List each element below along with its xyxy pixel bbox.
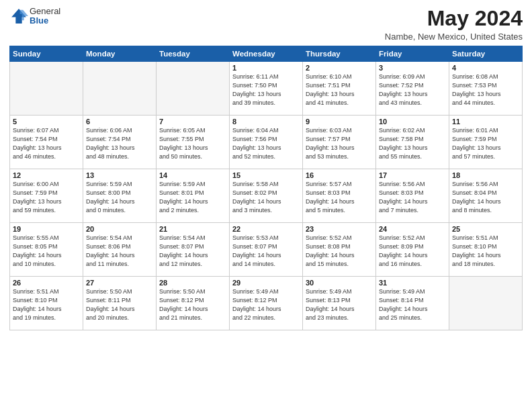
day-number: 12 (13, 171, 80, 179)
day-info: Sunrise: 6:01 AM Sunset: 7:59 PM Dayligh… (452, 126, 519, 161)
day-number: 5 (13, 118, 80, 126)
table-row (83, 62, 157, 116)
day-number: 22 (232, 225, 300, 233)
table-row: 15Sunrise: 5:58 AM Sunset: 8:02 PM Dayli… (230, 169, 303, 223)
table-row: 25Sunrise: 5:51 AM Sunset: 8:10 PM Dayli… (449, 223, 523, 277)
table-row: 20Sunrise: 5:54 AM Sunset: 8:06 PM Dayli… (83, 223, 157, 277)
day-number: 14 (159, 171, 226, 179)
day-number: 19 (13, 225, 80, 233)
table-row: 29Sunrise: 5:49 AM Sunset: 8:12 PM Dayli… (230, 277, 303, 330)
header-friday: Friday (376, 46, 449, 62)
day-number: 3 (379, 64, 446, 72)
header: General Blue May 2024 Nambe, New Mexico,… (9, 7, 523, 42)
table-row: 17Sunrise: 5:56 AM Sunset: 8:03 PM Dayli… (376, 169, 449, 223)
week-row-1: 1Sunrise: 6:11 AM Sunset: 7:50 PM Daylig… (10, 62, 523, 116)
day-number: 20 (86, 225, 153, 233)
day-number: 7 (159, 118, 226, 126)
day-number: 30 (306, 279, 373, 287)
day-info: Sunrise: 5:49 AM Sunset: 8:14 PM Dayligh… (379, 287, 446, 322)
day-number: 27 (86, 279, 153, 287)
day-number: 28 (159, 279, 226, 287)
day-info: Sunrise: 5:59 AM Sunset: 8:01 PM Dayligh… (159, 180, 226, 215)
week-row-2: 5Sunrise: 6:07 AM Sunset: 7:54 PM Daylig… (10, 116, 523, 169)
header-monday: Monday (83, 46, 157, 62)
table-row (10, 62, 83, 116)
day-number: 15 (232, 171, 300, 179)
table-row: 21Sunrise: 5:54 AM Sunset: 8:07 PM Dayli… (157, 223, 230, 277)
month-title: May 2024 (385, 7, 523, 30)
day-number: 2 (306, 64, 373, 72)
day-number: 18 (452, 171, 519, 179)
table-row: 4Sunrise: 6:08 AM Sunset: 7:53 PM Daylig… (449, 62, 523, 116)
header-tuesday: Tuesday (157, 46, 230, 62)
table-row: 7Sunrise: 6:05 AM Sunset: 7:55 PM Daylig… (157, 116, 230, 169)
day-info: Sunrise: 6:11 AM Sunset: 7:50 PM Dayligh… (232, 73, 300, 107)
location: Nambe, New Mexico, United States (385, 32, 523, 42)
day-number: 23 (306, 225, 373, 233)
day-info: Sunrise: 6:03 AM Sunset: 7:57 PM Dayligh… (306, 126, 373, 161)
day-number: 11 (452, 118, 519, 126)
table-row: 11Sunrise: 6:01 AM Sunset: 7:59 PM Dayli… (449, 116, 523, 169)
table-row: 31Sunrise: 5:49 AM Sunset: 8:14 PM Dayli… (376, 277, 449, 330)
table-row: 19Sunrise: 5:55 AM Sunset: 8:05 PM Dayli… (10, 223, 83, 277)
day-info: Sunrise: 5:59 AM Sunset: 8:00 PM Dayligh… (86, 180, 153, 215)
day-info: Sunrise: 6:06 AM Sunset: 7:54 PM Dayligh… (86, 126, 153, 161)
day-info: Sunrise: 6:04 AM Sunset: 7:56 PM Dayligh… (232, 126, 300, 161)
table-row: 26Sunrise: 5:51 AM Sunset: 8:10 PM Dayli… (10, 277, 83, 330)
table-row: 9Sunrise: 6:03 AM Sunset: 7:57 PM Daylig… (303, 116, 376, 169)
day-number: 25 (452, 225, 519, 233)
header-wednesday: Wednesday (230, 46, 303, 62)
table-row: 30Sunrise: 5:49 AM Sunset: 8:13 PM Dayli… (303, 277, 376, 330)
table-row: 10Sunrise: 6:02 AM Sunset: 7:58 PM Dayli… (376, 116, 449, 169)
day-number: 10 (379, 118, 446, 126)
week-row-3: 12Sunrise: 6:00 AM Sunset: 7:59 PM Dayli… (10, 169, 523, 223)
table-row (157, 62, 230, 116)
day-number: 8 (232, 118, 300, 126)
logo-text: General Blue (30, 7, 60, 26)
day-number: 13 (86, 171, 153, 179)
day-info: Sunrise: 5:50 AM Sunset: 8:12 PM Dayligh… (159, 287, 226, 322)
calendar-table: Sunday Monday Tuesday Wednesday Thursday… (9, 46, 523, 330)
page: General Blue May 2024 Nambe, New Mexico,… (0, 0, 532, 411)
day-number: 17 (379, 171, 446, 179)
day-number: 26 (13, 279, 80, 287)
day-info: Sunrise: 6:02 AM Sunset: 7:58 PM Dayligh… (379, 126, 446, 161)
day-info: Sunrise: 5:52 AM Sunset: 8:09 PM Dayligh… (379, 234, 446, 269)
table-row: 5Sunrise: 6:07 AM Sunset: 7:54 PM Daylig… (10, 116, 83, 169)
day-info: Sunrise: 6:07 AM Sunset: 7:54 PM Dayligh… (13, 126, 80, 161)
day-info: Sunrise: 6:08 AM Sunset: 7:53 PM Dayligh… (452, 73, 519, 107)
day-info: Sunrise: 5:57 AM Sunset: 8:03 PM Dayligh… (306, 180, 373, 215)
table-row: 6Sunrise: 6:06 AM Sunset: 7:54 PM Daylig… (83, 116, 157, 169)
day-info: Sunrise: 5:51 AM Sunset: 8:10 PM Dayligh… (452, 234, 519, 269)
table-row: 22Sunrise: 5:53 AM Sunset: 8:07 PM Dayli… (230, 223, 303, 277)
day-info: Sunrise: 5:55 AM Sunset: 8:05 PM Dayligh… (13, 234, 80, 269)
table-row: 13Sunrise: 5:59 AM Sunset: 8:00 PM Dayli… (83, 169, 157, 223)
day-info: Sunrise: 5:49 AM Sunset: 8:12 PM Dayligh… (232, 287, 300, 322)
day-info: Sunrise: 5:53 AM Sunset: 8:07 PM Dayligh… (232, 234, 300, 269)
day-info: Sunrise: 5:50 AM Sunset: 8:11 PM Dayligh… (86, 287, 153, 322)
table-row: 23Sunrise: 5:52 AM Sunset: 8:08 PM Dayli… (303, 223, 376, 277)
logo-general-text: General (30, 7, 60, 16)
day-number: 31 (379, 279, 446, 287)
day-number: 29 (232, 279, 300, 287)
day-number: 9 (306, 118, 373, 126)
table-row: 28Sunrise: 5:50 AM Sunset: 8:12 PM Dayli… (157, 277, 230, 330)
table-row: 14Sunrise: 5:59 AM Sunset: 8:01 PM Dayli… (157, 169, 230, 223)
table-row: 1Sunrise: 6:11 AM Sunset: 7:50 PM Daylig… (230, 62, 303, 116)
day-info: Sunrise: 5:56 AM Sunset: 8:04 PM Dayligh… (452, 180, 519, 215)
day-number: 21 (159, 225, 226, 233)
day-info: Sunrise: 6:09 AM Sunset: 7:52 PM Dayligh… (379, 73, 446, 107)
day-info: Sunrise: 5:51 AM Sunset: 8:10 PM Dayligh… (13, 287, 80, 322)
day-info: Sunrise: 5:54 AM Sunset: 8:06 PM Dayligh… (86, 234, 153, 269)
logo-blue-text: Blue (30, 16, 60, 26)
table-row: 12Sunrise: 6:00 AM Sunset: 7:59 PM Dayli… (10, 169, 83, 223)
header-saturday: Saturday (449, 46, 523, 62)
week-row-5: 26Sunrise: 5:51 AM Sunset: 8:10 PM Dayli… (10, 277, 523, 330)
day-info: Sunrise: 6:10 AM Sunset: 7:51 PM Dayligh… (306, 73, 373, 107)
day-info: Sunrise: 5:54 AM Sunset: 8:07 PM Dayligh… (159, 234, 226, 269)
table-row: 18Sunrise: 5:56 AM Sunset: 8:04 PM Dayli… (449, 169, 523, 223)
table-row: 3Sunrise: 6:09 AM Sunset: 7:52 PM Daylig… (376, 62, 449, 116)
table-row: 24Sunrise: 5:52 AM Sunset: 8:09 PM Dayli… (376, 223, 449, 277)
day-info: Sunrise: 5:56 AM Sunset: 8:03 PM Dayligh… (379, 180, 446, 215)
table-row: 16Sunrise: 5:57 AM Sunset: 8:03 PM Dayli… (303, 169, 376, 223)
